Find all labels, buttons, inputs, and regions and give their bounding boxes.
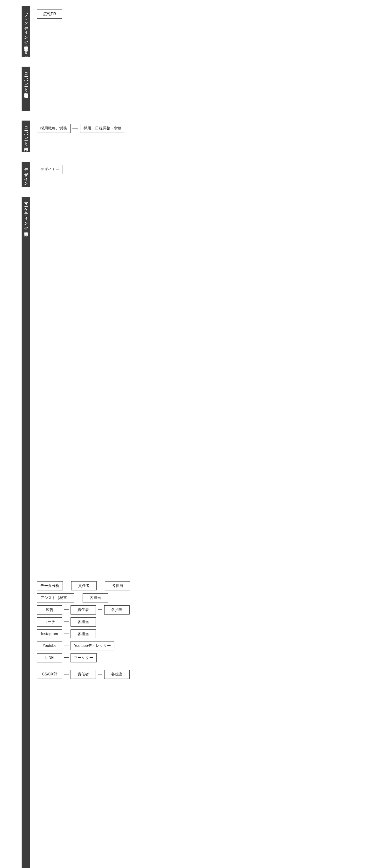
box-coach: コーチ xyxy=(37,617,62,627)
dept-label-col-finance: コーポレート・財務経理部 xyxy=(18,67,34,111)
org-content-branding: 広報PR xyxy=(37,6,386,23)
org-row-line: LINE マーケター xyxy=(37,653,386,662)
left-label-wrapper: 代表取締役 xyxy=(0,3,11,868)
dept-label-col-hr: コーポレート・人事部 xyxy=(18,121,34,152)
dept-label-finance: コーポレート・財務経理部 xyxy=(22,67,30,111)
org-row-assist-m: アシスト（秘書） 各担当 xyxy=(37,593,386,602)
dept-hr: コーポレート・人事部 採用戦略、労務 採用・日程調整・労務 xyxy=(18,121,386,152)
c3 xyxy=(76,598,81,598)
page-wrapper: 代表取締役 ブランディング事業部・広報ＰＲ部 広報PR コーポレート・財務経理部 xyxy=(0,0,392,868)
box-instagram-kakutanto: 各担当 xyxy=(71,629,96,639)
dept-label-hr: コーポレート・人事部 xyxy=(22,121,30,152)
c4 xyxy=(64,610,68,610)
box-ad: 広告 xyxy=(37,605,62,615)
org-content-finance xyxy=(37,67,386,73)
dept-label-col-marketing: マーケティング事業部 xyxy=(18,197,34,868)
c6 xyxy=(64,621,68,622)
box-kouhou-pr: 広報PR xyxy=(37,9,62,19)
org-row-cscx: CS/CX部 責任者 各担当 xyxy=(37,670,386,679)
org-row-ad: 広告 責任者 各担当 xyxy=(37,605,386,615)
box-data-kakutanto: 各担当 xyxy=(105,581,130,590)
box-line-marketer: マーケター xyxy=(71,653,96,662)
box-cscx: CS/CX部 xyxy=(37,670,62,679)
org-content-hr: 採用戦略、労務 採用・日程調整・労務 xyxy=(37,121,386,137)
dept-marketing: マーケティング事業部 データ分析 責任者 各担当 アシスト（秘書） 各担当 xyxy=(18,197,386,868)
org-row-youtube: Youtube Youtubeディレクター xyxy=(37,641,386,650)
box-data-sekininsha: 責任者 xyxy=(71,581,96,590)
org-row-data: データ分析 責任者 各担当 xyxy=(37,581,386,590)
dept-branding: ブランディング事業部・広報ＰＲ部 広報PR xyxy=(18,6,386,57)
org-row-coach: コーチ 各担当 xyxy=(37,617,386,627)
box-saiyou-senryaku: 採用戦略、労務 xyxy=(37,124,71,133)
c10 xyxy=(64,674,68,675)
org-content-marketing: データ分析 責任者 各担当 アシスト（秘書） 各担当 広告 責任者 xyxy=(37,197,386,868)
box-data-analysis: データ分析 xyxy=(37,581,63,590)
c5 xyxy=(98,610,102,610)
dept-label-col-design: デザイン部 xyxy=(18,162,34,187)
box-cscx-sekininsha: 責任者 xyxy=(71,670,96,679)
c1 xyxy=(65,586,69,586)
org-row-hr: 採用戦略、労務 採用・日程調整・労務 xyxy=(37,124,386,133)
main-content: ブランディング事業部・広報ＰＲ部 広報PR コーポレート・財務経理部 xyxy=(11,3,392,868)
box-youtube-director: Youtubeディレクター xyxy=(71,641,114,650)
org-row: 広報PR xyxy=(37,9,386,19)
box-youtube: Youtube xyxy=(37,641,62,650)
c2 xyxy=(99,586,103,586)
cscx-section: CS/CX部 責任者 各担当 xyxy=(37,670,386,680)
box-assist-m: アシスト（秘書） xyxy=(37,593,74,602)
box-assist-m-kakutanto: 各担当 xyxy=(83,593,108,602)
connector-hr xyxy=(73,128,78,128)
dept-label-col-branding: ブランディング事業部・広報ＰＲ部 xyxy=(18,6,34,57)
box-designer: デザイナー xyxy=(37,165,63,174)
org-row-design: デザイナー xyxy=(37,165,386,174)
box-cscx-kakutanto: 各担当 xyxy=(104,670,130,679)
box-saiyou-nittei: 採用・日程調整・労務 xyxy=(80,124,125,133)
box-ad-kakutanto: 各担当 xyxy=(104,605,130,615)
dept-label-marketing: マーケティング事業部 xyxy=(22,197,30,868)
dept-label-design: デザイン部 xyxy=(22,162,30,187)
org-content-design: デザイナー xyxy=(37,162,386,179)
dept-design: デザイン部 デザイナー xyxy=(18,162,386,187)
c8 xyxy=(64,646,68,646)
box-instagram: Instagram xyxy=(37,629,62,639)
box-line: LINE xyxy=(37,653,62,662)
c11 xyxy=(98,674,102,675)
box-coach-kakutanto: 各担当 xyxy=(71,617,96,627)
box-ad-sekininsha: 責任者 xyxy=(71,605,96,615)
dept-label-branding: ブランディング事業部・広報ＰＲ部 xyxy=(22,6,30,57)
c9 xyxy=(64,657,68,658)
dept-finance: コーポレート・財務経理部 xyxy=(18,67,386,111)
org-row-instagram: Instagram 各担当 xyxy=(37,629,386,639)
c7 xyxy=(64,633,68,634)
